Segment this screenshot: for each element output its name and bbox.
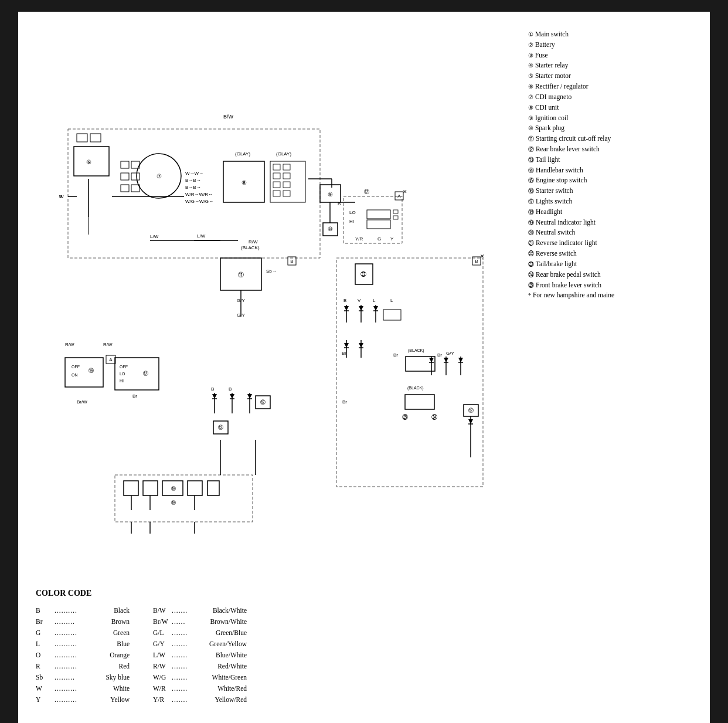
svg-text:Y/R: Y/R (355, 236, 363, 242)
svg-text:OFF: OFF (120, 365, 128, 369)
legend-item: ㉕ Front brake lever switch (528, 280, 692, 291)
svg-text:V: V (358, 298, 361, 303)
svg-text:B: B (338, 201, 341, 206)
wiring-diagram-svg: B/W ⑥ ⑦ W→W→ (36, 29, 516, 557)
color-col-left: B..........BlackBr.........BrownG.......… (36, 605, 130, 705)
svg-text:Sb→: Sb→ (266, 269, 277, 274)
svg-text:⑰: ⑰ (364, 189, 369, 195)
color-item: B..........Black (36, 605, 130, 616)
legend-item: ⑮ Engine stop switch (528, 175, 692, 186)
svg-text:B: B (229, 386, 232, 392)
legend-item: ⑰ Lights switch (528, 196, 692, 207)
legend-item: ⑧ CDI unit (528, 103, 692, 113)
legend-item: ㉓ Tail/brake light (528, 259, 692, 270)
color-col-right: B/W.......Black/WhiteBr/W......Brown/Whi… (153, 605, 247, 705)
svg-text:R/W: R/W (249, 239, 258, 245)
color-item: L..........Blue (36, 639, 130, 650)
color-code-title: COLOR CODE (36, 589, 692, 598)
svg-text:⑥: ⑥ (86, 159, 91, 165)
svg-text:A: A (109, 357, 113, 362)
svg-text:L: L (373, 298, 376, 303)
svg-text:R/W: R/W (103, 342, 113, 347)
svg-text:⑫: ⑫ (260, 399, 266, 405)
color-code-columns: B..........BlackBr.........BrownG.......… (36, 605, 692, 705)
page-container: B/W ⑥ ⑦ W→W→ (18, 12, 710, 723)
svg-text:⑪: ⑪ (238, 271, 244, 278)
color-item: W..........White (36, 683, 130, 694)
svg-text:(GLAY): (GLAY) (276, 151, 291, 157)
legend-area: ① Main switch② Battery③ Fuse④ Starter re… (528, 29, 692, 559)
svg-text:Br: Br (342, 351, 346, 356)
legend-list: ① Main switch② Battery③ Fuse④ Starter re… (528, 29, 692, 301)
svg-text:⑱: ⑱ (171, 486, 176, 491)
svg-text:L: L (390, 298, 393, 303)
svg-text:A: A (397, 194, 401, 199)
svg-text:L/W: L/W (197, 233, 206, 239)
legend-item: ㉒ Reverse switch (528, 249, 692, 259)
legend-item: ⑬ Tail light (528, 155, 692, 165)
color-item: Br.........Brown (36, 616, 130, 627)
color-item: L/W.......Blue/White (153, 650, 247, 661)
svg-text:Br: Br (437, 352, 442, 358)
svg-text:✕: ✕ (403, 189, 407, 195)
svg-text:Br: Br (132, 393, 137, 399)
svg-text:⑧: ⑧ (241, 179, 247, 186)
legend-item: ① Main switch (528, 29, 692, 40)
svg-text:B: B (290, 259, 293, 264)
svg-text:㉕: ㉕ (402, 414, 408, 420)
diagram-area: B/W ⑥ ⑦ W→W→ (36, 29, 516, 559)
svg-text:Br: Br (342, 399, 347, 405)
legend-item: ⑳ Neutral switch (528, 228, 692, 238)
svg-text:⑫: ⑫ (468, 408, 474, 413)
svg-text:B: B (343, 298, 346, 303)
legend-item: ⑨ Ignition coil (528, 113, 692, 124)
svg-text:L/W: L/W (150, 234, 159, 239)
color-item: G/Y.......Green/Yellow (153, 639, 247, 650)
color-item: Y/R.......Yellow/Red (153, 694, 247, 705)
legend-item: ⑫ Rear brake lever switch (528, 144, 692, 155)
svg-text:W→W→: W→W→ (185, 171, 203, 176)
svg-text:Br/W: Br/W (77, 399, 87, 405)
svg-text:⑰: ⑰ (143, 371, 148, 376)
color-item: B/W.......Black/White (153, 605, 247, 616)
svg-text:HI: HI (349, 219, 354, 224)
svg-text:W: W (59, 194, 64, 199)
svg-text:G/Y: G/Y (237, 313, 245, 318)
legend-item: ⑲ Neutral indicator light (528, 218, 692, 228)
svg-text:B→B→: B→B→ (185, 178, 201, 183)
color-item: O..........Orange (36, 650, 130, 661)
legend-item: ② Battery (528, 40, 692, 50)
svg-text:⑯: ⑯ (89, 368, 94, 374)
legend-item: ④ Starter relay (528, 60, 692, 71)
color-item: Y..........Yellow (36, 694, 130, 705)
svg-text:B: B (211, 386, 214, 392)
svg-text:OFF: OFF (72, 365, 80, 369)
main-content: B/W ⑥ ⑦ W→W→ (36, 29, 692, 559)
svg-text:B→B→: B→B→ (185, 185, 201, 190)
svg-text:W/G↔W/G↔: W/G↔W/G↔ (185, 199, 213, 204)
legend-item: ⑩ Spark plug (528, 123, 692, 134)
legend-item: ㉔ Rear brake pedal switch (528, 270, 692, 280)
svg-text:G/Y: G/Y (446, 351, 454, 356)
svg-text:(BLACK): (BLACK) (407, 386, 424, 391)
svg-text:⑨: ⑨ (328, 191, 333, 198)
svg-text:Y: Y (390, 236, 394, 242)
svg-text:R/W: R/W (65, 342, 74, 347)
svg-rect-0 (56, 29, 496, 557)
svg-text:⑱: ⑱ (171, 500, 176, 505)
legend-item: ③ Fuse (528, 50, 692, 61)
color-item: Sb.........Sky blue (36, 672, 130, 683)
legend-item: ⑱ Headlight (528, 207, 692, 218)
legend-item: * For new hampshire and maine (528, 290, 692, 301)
svg-text:⑬: ⑬ (218, 425, 223, 430)
legend-item: ⑯ Starter switch (528, 186, 692, 196)
legend-item: ⑪ Starting circuit cut-off relay (528, 134, 692, 144)
color-code-section: COLOR CODE B..........BlackBr.........Br… (36, 577, 692, 705)
legend-item: ⑭ Handlebar switch (528, 165, 692, 176)
svg-text:Br: Br (393, 352, 398, 358)
svg-text:(BLACK): (BLACK) (408, 348, 424, 353)
svg-text:(BLACK): (BLACK) (241, 245, 260, 250)
color-item: Br/W......Brown/White (153, 616, 247, 627)
svg-text:ON: ON (72, 373, 78, 377)
color-item: G/L.......Green/Blue (153, 627, 247, 639)
